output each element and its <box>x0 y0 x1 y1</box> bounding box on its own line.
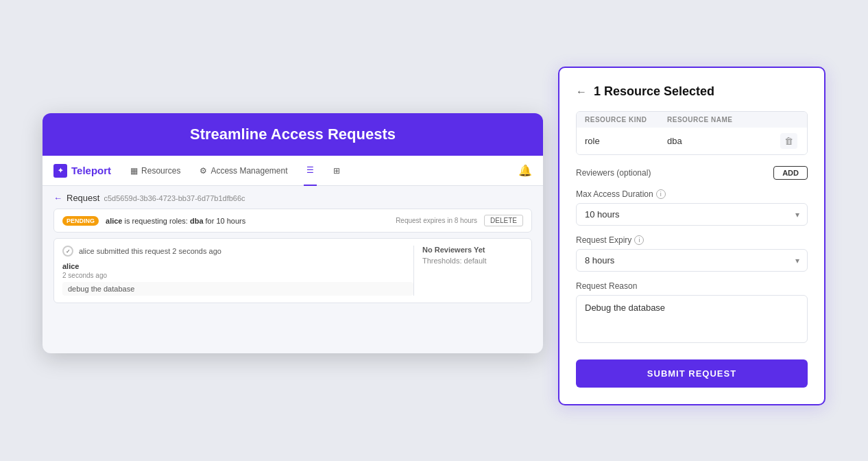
comment-user: alice <box>62 262 413 270</box>
max-access-info-icon[interactable]: i <box>656 189 666 199</box>
nav-bar: ✦ Teleport ▦ Resources ⚙ Access Manageme… <box>43 156 543 186</box>
resource-delete-col: 🗑 <box>778 133 799 149</box>
request-content: ← Request c5d5659d-3b36-4723-bb37-6d77b1… <box>43 186 543 310</box>
breadcrumb-back[interactable]: ← <box>53 193 62 203</box>
request-expiry-section: Request Expiry i 8 hours 1 hour 2 hours … <box>576 235 808 272</box>
pending-duration: for 10 hours <box>206 217 246 225</box>
delete-button[interactable]: DELETE <box>484 215 523 226</box>
activity-section: ✓ alice submitted this request 2 seconds… <box>53 238 532 303</box>
resource-table-row: role dba 🗑 <box>577 128 807 154</box>
teleport-logo-icon: ✦ <box>53 164 67 178</box>
resource-delete-button[interactable]: 🗑 <box>780 133 797 149</box>
resource-name-value: dba <box>667 136 778 146</box>
left-card-header: Streamline Access Requests <box>43 113 543 156</box>
request-reason-label: Request Reason <box>576 281 637 291</box>
grid-icon: ▦ <box>130 166 138 176</box>
breadcrumb-row: ← Request c5d5659d-3b36-4723-bb37-6d77b1… <box>53 193 532 203</box>
nav-logo-text: Teleport <box>71 165 111 176</box>
request-expiry-select-wrapper: 8 hours 1 hour 2 hours 4 hours 10 hours … <box>576 249 808 272</box>
pending-badge: PENDING <box>62 216 99 226</box>
add-reviewers-button[interactable]: ADD <box>773 166 808 180</box>
request-expiry-info-icon[interactable]: i <box>634 235 644 245</box>
reviewers-label-row: Reviewers (optional) ADD <box>576 166 808 180</box>
pending-text: alice is requesting roles: dba for 10 ho… <box>106 217 389 225</box>
breadcrumb-label: Request <box>67 193 99 203</box>
right-card-back-icon[interactable]: ← <box>576 86 587 98</box>
activity-submitted-text: alice submitted this request 2 seconds a… <box>79 247 221 255</box>
pending-bar: PENDING alice is requesting roles: dba f… <box>53 209 532 233</box>
resource-table-header: RESOURCE KIND RESOURCE NAME <box>577 112 807 128</box>
comment-block: alice 2 seconds ago debug the database <box>62 262 413 296</box>
nav-items: ▦ Resources ⚙ Access Management ☰ ⊞ <box>128 156 502 186</box>
max-access-label: Max Access Duration i <box>576 189 666 199</box>
max-access-label-row: Max Access Duration i <box>576 189 808 199</box>
nav-item-resources[interactable]: ▦ Resources <box>128 156 183 186</box>
nav-item-list[interactable]: ☰ <box>304 156 317 186</box>
right-card-header: ← 1 Resource Selected <box>576 84 808 99</box>
nav-item-image[interactable]: ⊞ <box>330 156 343 186</box>
col-kind-header: RESOURCE KIND <box>585 116 667 123</box>
request-expiry-label: Request Expiry i <box>576 235 644 245</box>
max-access-select-wrapper: 10 hours 1 hour 2 hours 4 hours 8 hours … <box>576 203 808 226</box>
max-access-select[interactable]: 10 hours 1 hour 2 hours 4 hours 8 hours … <box>576 203 808 226</box>
reviewers-form-section: Reviewers (optional) ADD <box>576 166 808 180</box>
threshold-text: Thresholds: default <box>422 257 523 265</box>
request-reason-textarea[interactable]: Debug the database <box>576 295 808 343</box>
activity-main: ✓ alice submitted this request 2 seconds… <box>62 246 413 296</box>
activity-circle-icon: ✓ <box>62 246 73 257</box>
expires-text: Request expires in 8 hours <box>396 217 477 224</box>
request-id: c5d5659d-3b36-4723-bb37-6d77b1dfb66c <box>104 194 245 202</box>
pending-body: is requesting roles: <box>125 217 190 225</box>
request-expiry-label-row: Request Expiry i <box>576 235 808 245</box>
left-card: Streamline Access Requests ✦ Teleport ▦ … <box>43 113 543 353</box>
request-expiry-select[interactable]: 8 hours 1 hour 2 hours 4 hours 10 hours … <box>576 249 808 272</box>
reviewers-panel: No Reviewers Yet Thresholds: default <box>413 246 523 296</box>
sliders-icon: ⚙ <box>200 166 207 176</box>
page-wrapper: Streamline Access Requests ✦ Teleport ▦ … <box>0 0 868 461</box>
submit-request-button[interactable]: SUBMIT REQUEST <box>576 359 808 388</box>
list-icon: ☰ <box>306 165 314 175</box>
header-title: Streamline Access Requests <box>59 126 527 143</box>
resource-kind-value: role <box>585 136 667 146</box>
pending-role: dba <box>190 217 204 225</box>
request-reason-label-row: Request Reason <box>576 281 808 291</box>
right-card-title: 1 Resource Selected <box>594 84 714 99</box>
activity-submitted-row: ✓ alice submitted this request 2 seconds… <box>62 246 413 257</box>
bell-icon[interactable]: 🔔 <box>518 164 532 177</box>
max-access-duration-section: Max Access Duration i 10 hours 1 hour 2 … <box>576 189 808 226</box>
nav-item-resources-label: Resources <box>141 166 180 176</box>
nav-item-access-label: Access Management <box>210 166 287 176</box>
right-card: ← 1 Resource Selected RESOURCE KIND RESO… <box>558 67 825 405</box>
nav-logo[interactable]: ✦ Teleport <box>53 164 111 178</box>
comment-time: 2 seconds ago <box>62 272 413 279</box>
nav-icons: 🔔 <box>518 164 532 177</box>
resource-table: RESOURCE KIND RESOURCE NAME role dba 🗑 <box>576 111 808 155</box>
nav-item-access-management[interactable]: ⚙ Access Management <box>197 156 290 186</box>
no-reviewers-text: No Reviewers Yet <box>422 246 523 254</box>
request-reason-section: Request Reason Debug the database <box>576 281 808 346</box>
image-icon: ⊞ <box>333 166 340 176</box>
reviewers-label: Reviewers (optional) <box>576 168 651 178</box>
comment-text: debug the database <box>62 282 413 296</box>
activity-reviewers-row: ✓ alice submitted this request 2 seconds… <box>62 246 523 296</box>
pending-user: alice <box>106 217 122 225</box>
col-name-header: RESOURCE NAME <box>667 116 799 123</box>
